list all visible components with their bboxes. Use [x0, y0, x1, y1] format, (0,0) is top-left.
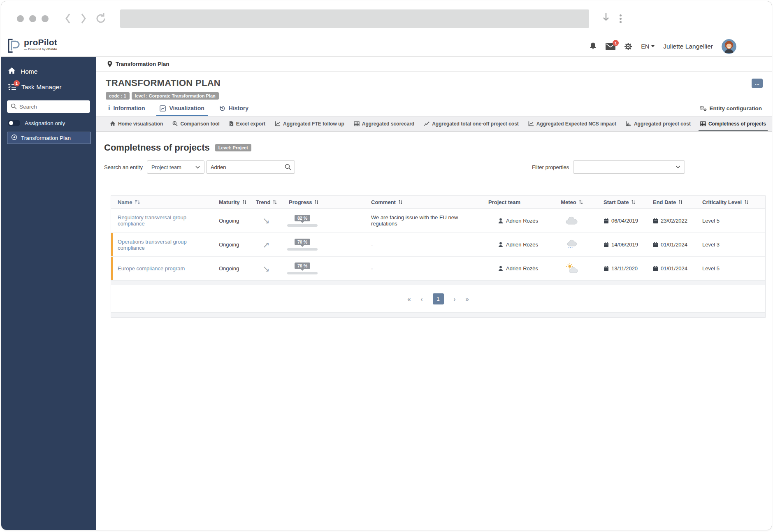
meteo-partly-sunny-icon [545, 263, 599, 274]
team-member-name: Adrien Rozès [506, 218, 538, 224]
maturity-value: Ongoing [214, 242, 251, 248]
chart-axis-icon [275, 121, 281, 126]
subtab-aggregated-total-one-off-project-cost[interactable]: Aggregated total one-off project cost [422, 116, 520, 131]
tab-history[interactable]: History [219, 105, 248, 116]
page-title: TRANSFORMATION PLAN [106, 78, 762, 88]
more-actions-button[interactable]: ... [752, 79, 763, 88]
comment-value: - [366, 242, 483, 248]
chart-icon [160, 105, 166, 112]
table-bottom-strip [111, 312, 765, 317]
info-icon: i [108, 106, 110, 111]
sidebar-item-label: Home [21, 68, 37, 75]
trend-down-icon: ↘ [251, 264, 284, 274]
subtab-aggregated-expected-ncs-impact[interactable]: Aggregated Expected NCS impact [527, 116, 618, 131]
column-header-maturity[interactable]: Maturity [214, 199, 251, 205]
project-name-link[interactable]: Europe compliance program [111, 265, 214, 272]
window-controls [17, 15, 49, 22]
pagination-last-button[interactable]: » [466, 295, 469, 302]
task-list-icon: 1 [8, 83, 16, 91]
logo-name: proPilot [24, 38, 57, 46]
pagination-next-button[interactable]: › [454, 295, 456, 302]
entity-configuration-button[interactable]: Entity configuration [699, 105, 762, 116]
subtab-completness-of-projects[interactable]: Completness of projects [699, 116, 768, 131]
start-date-value: 14/06/2019 [611, 242, 638, 248]
forward-button[interactable] [79, 12, 88, 25]
sidebar-item-home[interactable]: Home [1, 63, 96, 79]
criticality-value: Level 5 [697, 218, 765, 224]
download-icon[interactable] [601, 12, 611, 25]
column-header-progress[interactable]: Progress [284, 199, 366, 205]
maturity-value: Ongoing [214, 265, 251, 272]
search-icon[interactable] [285, 164, 291, 172]
breadcrumb[interactable]: Transformation Plan [96, 57, 772, 72]
home-icon [110, 121, 116, 126]
calendar-icon [653, 218, 658, 223]
language-selector[interactable]: EN [641, 43, 655, 50]
column-header-project-team[interactable]: Project team [483, 199, 545, 205]
url-bar[interactable] [120, 9, 589, 28]
team-member-name: Adrien Rozès [506, 242, 538, 248]
app-header: proPilot — Powered by dFakto 1 [1, 36, 772, 57]
subtab-home-visualisation[interactable]: Home visualisation [108, 116, 165, 131]
section-title: Completness of projects [104, 142, 210, 153]
calendar-icon [604, 242, 609, 247]
minimize-window-icon[interactable] [29, 15, 36, 22]
comment-value: We are facing issue with the EU new regu… [366, 214, 483, 227]
refresh-button[interactable] [95, 12, 107, 25]
column-header-start-date[interactable]: Start Date [599, 199, 648, 205]
entity-type-select[interactable]: Project team [147, 160, 204, 174]
pagination-page-1[interactable]: 1 [433, 293, 444, 304]
notifications-bell-icon[interactable] [589, 42, 597, 51]
back-button[interactable] [64, 12, 72, 25]
browser-chrome [1, 1, 772, 36]
table-icon [354, 121, 360, 126]
tab-information[interactable]: i Information [108, 105, 145, 116]
progress-indicator: 82 % [286, 215, 319, 227]
sort-icon [744, 200, 748, 204]
level-badge: level : Corporate Transformation Plan [132, 92, 219, 100]
tab-visualization[interactable]: Visualization [160, 105, 204, 116]
level-project-badge: Level: Project [215, 144, 251, 151]
subtab-aggregated-scorecard[interactable]: Aggregated scorecard [352, 116, 416, 131]
subtab-comparison-tool[interactable]: Comparison tool [171, 116, 221, 131]
subtab-excel-export[interactable]: Excel export [227, 116, 267, 131]
pagination: « ‹ 1 › » [111, 285, 765, 312]
column-header-criticality-level[interactable]: Criticality Level [697, 199, 765, 205]
entity-search-input[interactable] [206, 160, 295, 174]
messages-envelope-icon[interactable]: 1 [606, 43, 615, 50]
meteo-cloudy-icon [545, 216, 599, 225]
column-header-end-date[interactable]: End Date [648, 199, 697, 205]
sidebar-item-task-manager[interactable]: 1 Task Manager [1, 79, 96, 95]
sidebar-search-input[interactable] [7, 100, 90, 113]
logo-powered: — Powered by dFakto [24, 48, 57, 51]
tabs-row: i Information Visualization History [96, 100, 772, 116]
close-window-icon[interactable] [17, 15, 24, 22]
column-header-comment[interactable]: Comment [366, 199, 483, 205]
column-header-name[interactable]: Name [111, 199, 214, 205]
user-avatar[interactable] [722, 39, 736, 54]
settings-gear-icon[interactable] [624, 42, 632, 51]
sidebar-tree-item-transformation-plan[interactable]: Transformation Plan [7, 132, 91, 144]
sidebar: Home 1 Task Manager [1, 57, 96, 530]
filter-properties-select[interactable] [573, 160, 685, 174]
criticality-value: Level 5 [697, 265, 765, 272]
progress-indicator: 76 % [286, 263, 319, 274]
pagination-prev-button[interactable]: ‹ [421, 295, 423, 302]
column-header-meteo[interactable]: Meteo [545, 199, 599, 205]
assignation-only-toggle[interactable] [8, 120, 20, 126]
browser-menu-icon[interactable] [620, 13, 622, 24]
subtab-aggregated-fte-follow-up[interactable]: Aggregated FTE follow up [273, 116, 346, 131]
project-name-link[interactable]: Operations transversal group compliance [111, 239, 214, 251]
subtab-aggregated-project-cost[interactable]: Aggregated project cost [624, 116, 692, 131]
pagination-first-button[interactable]: « [407, 295, 411, 302]
column-header-trend[interactable]: Trend [251, 199, 284, 205]
project-name-link[interactable]: Regulatory transversal group compliance [111, 214, 214, 227]
team-member-name: Adrien Rozès [506, 265, 538, 272]
chart-axis-icon [528, 121, 534, 126]
maximize-window-icon[interactable] [42, 15, 49, 22]
chart-axis-icon [626, 121, 631, 126]
propilot-logo[interactable]: proPilot — Powered by dFakto [7, 38, 57, 55]
sort-icon [579, 200, 583, 204]
file-icon [229, 121, 234, 127]
messages-count-badge: 1 [613, 40, 619, 46]
